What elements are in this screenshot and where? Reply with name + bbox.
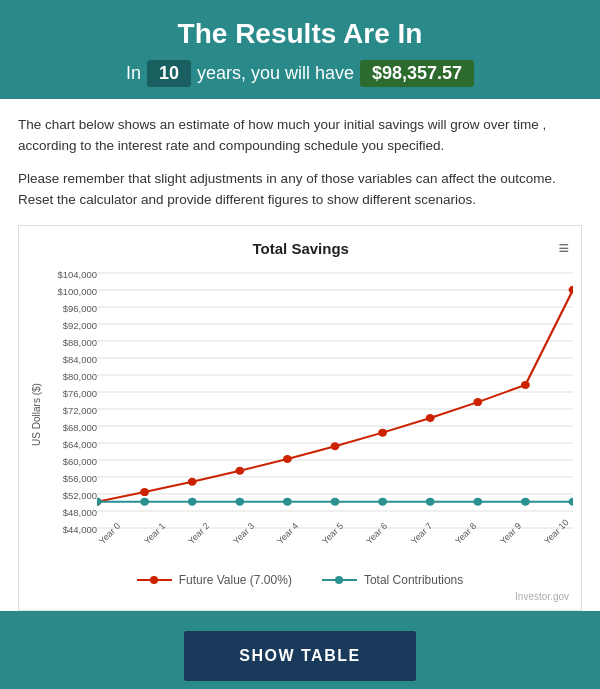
y-label: $48,000 [45, 507, 97, 518]
legend-label-contributions: Total Contributions [364, 573, 463, 587]
y-label: $80,000 [45, 371, 97, 382]
y-labels-column: $104,000 $100,000 $96,000 $92,000 $88,00… [45, 265, 97, 565]
svg-point-31 [283, 497, 292, 505]
legend-label-future-value: Future Value (7.00%) [179, 573, 292, 587]
svg-point-30 [235, 497, 244, 505]
y-label: $56,000 [45, 473, 97, 484]
y-label: $92,000 [45, 320, 97, 331]
y-label: $64,000 [45, 439, 97, 450]
x-labels: Year 0 Year 1 Year 2 Year 3 Year 4 Year … [97, 535, 573, 565]
y-label: $104,000 [45, 269, 97, 280]
svg-point-17 [140, 488, 149, 496]
svg-point-18 [188, 477, 197, 485]
desc-paragraph-2: Please remember that slight adjustments … [18, 169, 582, 211]
y-label: $76,000 [45, 388, 97, 399]
investor-credit: Investor.gov [27, 591, 573, 602]
svg-point-27 [97, 497, 101, 505]
y-label: $88,000 [45, 337, 97, 348]
y-label: $68,000 [45, 422, 97, 433]
chart-svg [97, 265, 573, 535]
y-label: $44,000 [45, 524, 97, 535]
svg-point-29 [188, 497, 197, 505]
legend-item-future-value: Future Value (7.00%) [137, 573, 292, 587]
page-title: The Results Are In [20, 18, 580, 50]
svg-point-41 [335, 576, 343, 584]
chart-plot-area: Year 0 Year 1 Year 2 Year 3 Year 4 Year … [97, 265, 573, 565]
chart-legend: Future Value (7.00%) Total Contributions [27, 573, 573, 587]
svg-point-36 [521, 497, 530, 505]
svg-point-24 [473, 398, 482, 406]
main-content: The chart below shows an estimate of how… [0, 99, 600, 611]
amount-badge: $98,357.57 [360, 60, 474, 87]
svg-point-34 [426, 497, 435, 505]
y-label: $96,000 [45, 303, 97, 314]
y-axis-label: US Dollars ($) [27, 265, 45, 565]
svg-point-28 [140, 497, 149, 505]
legend-line-future-value [137, 573, 172, 587]
subtitle-row: In 10 years, you will have $98,357.57 [20, 60, 580, 87]
svg-point-21 [331, 442, 340, 450]
svg-point-22 [378, 428, 387, 436]
legend-line-contributions [322, 573, 357, 587]
y-label: $84,000 [45, 354, 97, 365]
description: The chart below shows an estimate of how… [18, 115, 582, 211]
chart-menu-icon[interactable]: ≡ [554, 236, 573, 261]
svg-point-25 [521, 381, 530, 389]
svg-point-32 [331, 497, 340, 505]
y-axis-text: US Dollars ($) [31, 383, 42, 446]
y-label: $100,000 [45, 286, 97, 297]
years-badge: 10 [147, 60, 191, 87]
show-table-section: SHOW TABLE [0, 611, 600, 689]
chart-header: Total Savings ≡ [27, 236, 573, 261]
chart-title: Total Savings [47, 240, 554, 257]
svg-point-19 [235, 466, 244, 474]
svg-point-37 [569, 497, 573, 505]
y-label: $60,000 [45, 456, 97, 467]
svg-point-39 [150, 576, 158, 584]
subtitle-mid: years, you will have [197, 63, 354, 84]
svg-point-26 [569, 285, 573, 293]
svg-point-20 [283, 455, 292, 463]
y-label: $52,000 [45, 490, 97, 501]
show-table-button[interactable]: SHOW TABLE [184, 631, 415, 681]
subtitle-prefix: In [126, 63, 141, 84]
y-label: $72,000 [45, 405, 97, 416]
legend-item-contributions: Total Contributions [322, 573, 463, 587]
chart-container: Total Savings ≡ US Dollars ($) $104,000 … [18, 225, 582, 611]
svg-point-35 [473, 497, 482, 505]
header: The Results Are In In 10 years, you will… [0, 0, 600, 99]
svg-point-23 [426, 414, 435, 422]
svg-point-33 [378, 497, 387, 505]
desc-paragraph-1: The chart below shows an estimate of how… [18, 115, 582, 157]
